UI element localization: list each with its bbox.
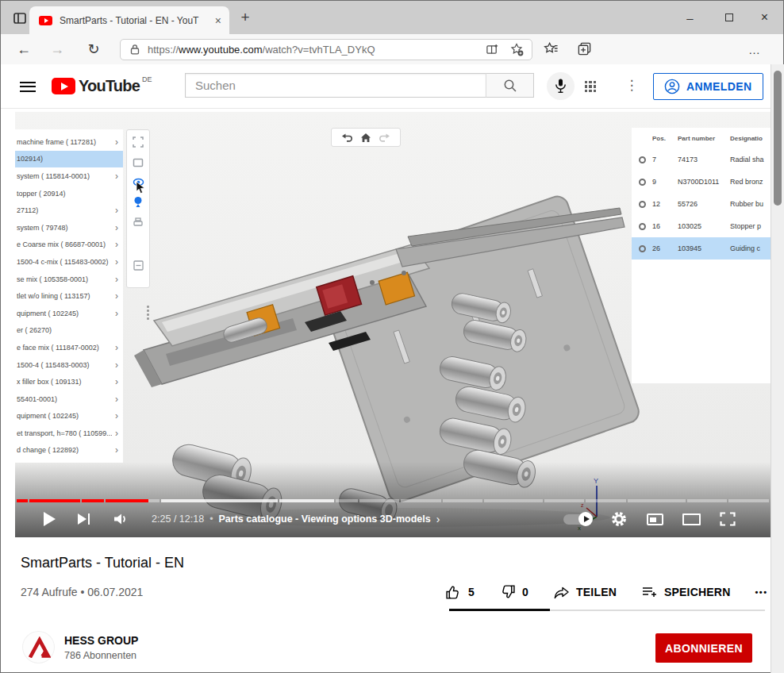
youtube-apps-icon[interactable] (585, 81, 597, 93)
channel-name[interactable]: HESS GROUP (64, 634, 138, 647)
selection-box-icon[interactable] (133, 157, 144, 168)
chevron-right-icon[interactable]: › (115, 361, 118, 369)
chevron-right-icon[interactable]: › (115, 258, 118, 266)
favorites-bar-icon[interactable] (544, 41, 559, 56)
fullscreen-icon[interactable] (720, 512, 736, 526)
guide-menu-button[interactable] (20, 82, 36, 92)
like-button[interactable]: 5 (445, 584, 475, 600)
miniplayer-icon[interactable] (647, 513, 663, 525)
part-settings-icon[interactable] (639, 179, 646, 186)
scrollbar-thumb[interactable] (774, 71, 782, 206)
tree-item[interactable]: system ( 115814-0001) › (15, 167, 123, 185)
tree-item[interactable]: d change ( 122892) › (15, 442, 123, 460)
chevron-right-icon[interactable]: › (115, 378, 118, 386)
tree-item[interactable]: er ( 26270) › (15, 322, 123, 340)
tree-item[interactable]: quipment ( 102245) › (15, 408, 123, 425)
chevron-right-icon[interactable]: › (115, 292, 118, 300)
window-maximize-button[interactable] (711, 1, 747, 34)
tree-item[interactable]: system ( 79748) › (15, 219, 123, 237)
part-designation: Red bronz (730, 178, 771, 186)
add-favorite-icon[interactable] (510, 43, 524, 56)
tree-item[interactable]: x filler box ( 109131) › (15, 373, 123, 390)
new-tab-button[interactable]: + (236, 8, 255, 27)
chevron-right-icon[interactable]: › (115, 275, 118, 283)
chevron-right-icon[interactable]: › (115, 172, 118, 180)
home-view-icon[interactable] (360, 133, 371, 143)
url-text[interactable]: https://www.youtube.com/watch?v=tvhTLA_D… (148, 44, 475, 56)
part-settings-icon[interactable] (639, 245, 646, 252)
save-button[interactable]: SPEICHERN (641, 585, 730, 599)
part-settings-icon[interactable] (639, 223, 646, 230)
parts-table-row[interactable]: 16 103025 Stopper p (632, 215, 771, 237)
share-button[interactable]: TEILEN (553, 584, 617, 600)
forward-button[interactable]: → (45, 34, 69, 64)
page-scrollbar[interactable] (771, 64, 784, 673)
part-pos: 7 (652, 156, 678, 163)
redo-icon[interactable] (379, 133, 390, 142)
channel-avatar[interactable] (23, 632, 54, 663)
video-player[interactable]: machine frame ( 117281) › 102914) › syst… (15, 112, 771, 537)
chapter-title[interactable]: Parts catalogue - Viewing options 3D-mod… (219, 513, 431, 525)
undo-icon[interactable] (341, 133, 353, 142)
tree-item[interactable]: topper ( 20914) › (15, 185, 123, 202)
tree-item[interactable]: 27112) › (15, 202, 123, 219)
chevron-right-icon[interactable]: › (115, 344, 118, 352)
chevron-right-icon[interactable]: › (115, 412, 118, 420)
fit-view-icon[interactable] (133, 137, 144, 148)
tree-item-label: e Coarse mix ( 86687-0001) (17, 240, 112, 248)
browser-settings-menu[interactable]: … (748, 34, 761, 64)
autoplay-toggle[interactable] (563, 514, 591, 525)
tree-item[interactable]: 55401-0001) › (15, 390, 123, 408)
more-options-icon[interactable]: ⋮ (625, 77, 639, 96)
theater-mode-icon[interactable] (682, 513, 701, 525)
tree-item[interactable]: e Coarse mix ( 86687-0001) › (15, 237, 123, 254)
chevron-right-icon[interactable]: › (115, 206, 118, 214)
signin-button[interactable]: ANMELDEN (653, 73, 763, 100)
part-settings-icon[interactable] (639, 201, 646, 208)
voice-search-button[interactable] (547, 72, 575, 100)
parts-table-row[interactable]: 7 74173 Radial sha (632, 148, 771, 171)
settings-gear-icon[interactable] (610, 510, 628, 528)
tree-item[interactable]: quipment ( 102245) › (15, 305, 123, 322)
tree-item[interactable]: machine frame ( 117281) › (15, 133, 123, 151)
tree-item[interactable]: 1500-4 ( 115483-0003) › (15, 356, 123, 374)
tab-close-icon[interactable]: × (215, 14, 221, 27)
browser-tab[interactable]: SmartParts - Tutorial - EN - YouT × (29, 6, 229, 34)
tree-item[interactable]: e face mix ( 111847-0002) › (15, 339, 123, 356)
tab-overview-icon[interactable] (10, 9, 29, 28)
chevron-right-icon[interactable]: › (115, 395, 118, 403)
chevron-right-icon[interactable]: › (115, 138, 118, 146)
parts-table-row[interactable]: 12 55726 Rubber bu (632, 193, 771, 215)
chevron-right-icon[interactable]: › (115, 429, 118, 437)
sidebar-apps-icon[interactable] (486, 43, 499, 56)
chevron-right-icon[interactable]: › (115, 446, 118, 454)
tree-item[interactable]: se mix ( 105358-0001) › (15, 271, 123, 288)
dislike-button[interactable]: 0 (499, 584, 528, 600)
collections-icon[interactable] (577, 41, 592, 56)
tree-item[interactable]: et transport, h=780 ( 110599... › (15, 425, 123, 442)
subscribe-button[interactable]: ABONNIEREN (655, 633, 752, 663)
chapter-chevron-icon[interactable]: › (436, 513, 440, 525)
youtube-logo[interactable]: YouTube DE (52, 77, 152, 95)
volume-icon[interactable] (112, 512, 129, 526)
more-actions-button[interactable]: ••• (755, 587, 767, 597)
part-settings-icon[interactable] (639, 156, 646, 163)
reload-button[interactable]: ↻ (82, 34, 106, 64)
tree-item[interactable]: 102914) › (15, 151, 123, 168)
back-button[interactable]: ← (12, 34, 36, 64)
window-minimize-button[interactable]: – (672, 1, 708, 34)
parts-table-row[interactable]: 26 103945 Guiding c (632, 237, 771, 260)
play-button[interactable] (44, 512, 56, 526)
address-bar[interactable]: https://www.youtube.com/watch?v=tvhTLA_D… (120, 39, 532, 60)
chevron-right-icon[interactable]: › (115, 240, 118, 248)
tree-item[interactable]: 1500-4 c-mix ( 115483-0002) › (15, 253, 123, 271)
tree-item[interactable]: tlet w/o lining ( 113157) › (15, 287, 123, 305)
parts-table-row[interactable]: 9 N3700D1011 Red bronz (632, 171, 771, 193)
chevron-right-icon[interactable]: › (115, 310, 118, 317)
search-input[interactable] (186, 74, 486, 97)
search-box[interactable] (185, 73, 486, 98)
next-button[interactable] (78, 513, 90, 525)
chevron-right-icon[interactable]: › (115, 224, 118, 232)
window-close-button[interactable]: × (747, 1, 782, 34)
search-button[interactable] (486, 73, 534, 98)
